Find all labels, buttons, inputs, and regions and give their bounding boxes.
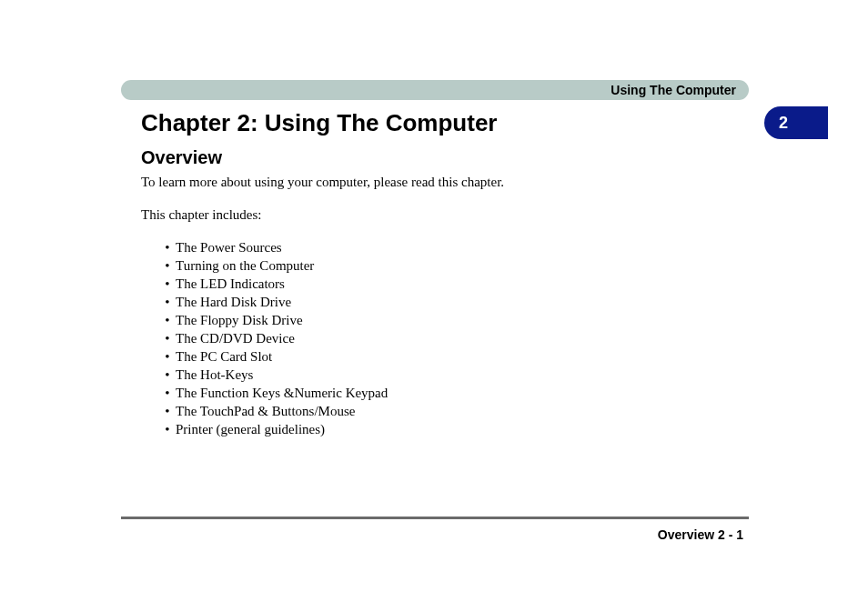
intro-paragraph: To learn more about using your computer,… — [141, 175, 504, 190]
bullet-icon: • — [159, 293, 176, 311]
bullet-list: •The Power Sources •Turning on the Compu… — [159, 238, 388, 438]
list-item: •The Power Sources — [159, 238, 388, 256]
page: Using The Computer 2 Chapter 2: Using Th… — [0, 0, 868, 612]
section-heading: Overview — [141, 147, 222, 168]
list-item-text: The Function Keys &Numeric Keypad — [176, 386, 388, 400]
list-item-text: The PC Card Slot — [176, 349, 272, 364]
list-item: •Printer (general guidelines) — [159, 420, 388, 438]
list-item-text: The LED Indicators — [176, 276, 285, 291]
list-item: •The Function Keys &Numeric Keypad — [159, 384, 388, 402]
chapter-tab: 2 — [764, 106, 828, 139]
list-item: •Turning on the Computer — [159, 256, 388, 275]
list-item-text: Printer (general guidelines) — [176, 422, 325, 436]
bullet-icon: • — [159, 311, 176, 329]
bullet-icon: • — [159, 347, 176, 366]
list-item-text: The Hot-Keys — [176, 367, 253, 382]
chapter-number: 2 — [779, 114, 788, 132]
bullet-icon: • — [159, 275, 176, 293]
list-item-text: Turning on the Computer — [176, 258, 314, 273]
list-item-text: The Power Sources — [176, 240, 282, 255]
footer-rule — [121, 517, 749, 519]
bullet-icon: • — [159, 384, 176, 402]
bullet-icon: • — [159, 238, 176, 256]
list-item: •The Hard Disk Drive — [159, 293, 388, 311]
header-section-label: Using The Computer — [121, 80, 749, 100]
list-item: •The Floppy Disk Drive — [159, 311, 388, 329]
bullet-icon: • — [159, 420, 176, 438]
includes-label: This chapter includes: — [141, 207, 261, 223]
list-item-text: The Floppy Disk Drive — [176, 313, 303, 327]
bullet-icon: • — [159, 329, 176, 347]
list-item: •The TouchPad & Buttons/Mouse — [159, 402, 388, 420]
list-item: •The Hot-Keys — [159, 366, 388, 384]
bullet-icon: • — [159, 256, 176, 275]
chapter-title: Chapter 2: Using The Computer — [141, 109, 497, 137]
list-item-text: The Hard Disk Drive — [176, 295, 291, 309]
bullet-icon: • — [159, 402, 176, 420]
list-item: •The CD/DVD Device — [159, 329, 388, 347]
bullet-icon: • — [159, 366, 176, 384]
list-item: •The LED Indicators — [159, 275, 388, 293]
list-item-text: The TouchPad & Buttons/Mouse — [176, 404, 355, 418]
list-item-text: The CD/DVD Device — [176, 331, 295, 346]
footer-page-label: Overview 2 - 1 — [121, 527, 749, 542]
list-item: •The PC Card Slot — [159, 347, 388, 366]
